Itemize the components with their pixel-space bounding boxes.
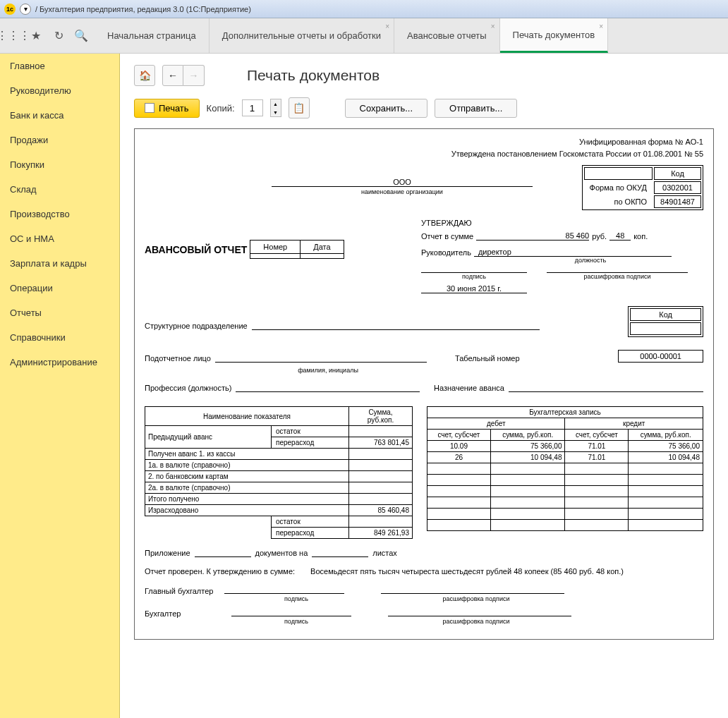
back-button[interactable]: ← xyxy=(162,65,183,86)
forward-button[interactable]: → xyxy=(183,65,205,86)
sidebar-item-purchases[interactable]: Покупки xyxy=(0,152,119,177)
approve-block: УТВЕРЖДАЮ Отчет в сумме 85 460 руб. 48 к… xyxy=(421,219,703,293)
fio-sublabel: фамилия, инициалы xyxy=(229,367,427,374)
sidebar-item-production[interactable]: Производство xyxy=(0,202,119,226)
sidebar-item-warehouse[interactable]: Склад xyxy=(0,177,119,202)
docs-on-label: документов на xyxy=(255,549,308,557)
amt-sub-hdr-1: сумма, руб.коп. xyxy=(490,430,565,441)
send-button[interactable]: Отправить... xyxy=(435,99,517,118)
sidebar-item-salary[interactable]: Зарплата и кадры xyxy=(0,251,119,276)
spinner-up[interactable]: ▲ xyxy=(271,99,281,108)
toolbar: Печать Копий: ▲ ▼ 📋 Сохранить... Отправи… xyxy=(134,97,714,118)
sidebar-item-operations[interactable]: Операции xyxy=(0,276,119,300)
c2-amt: 10 094,48 xyxy=(629,452,703,463)
document: Унифицированная форма № АО-1 Утверждена … xyxy=(134,128,714,640)
checked-value: Восемьдесят пять тысяч четыреста шестьде… xyxy=(310,567,624,576)
credit-header: кредит xyxy=(565,418,703,430)
tab-start[interactable]: Начальная страница xyxy=(95,18,210,53)
close-icon[interactable]: × xyxy=(491,23,495,30)
sum-header: Сумма, руб.коп. xyxy=(349,407,413,426)
tab-addons[interactable]: Дополнительные отчеты и обработки× xyxy=(210,18,394,53)
sidebar-item-manager[interactable]: Руководителю xyxy=(0,78,119,103)
print-icon xyxy=(145,103,154,113)
code-table-2: Код xyxy=(628,306,703,337)
okpo-label: по ОКПО xyxy=(584,195,653,208)
acct-sign-line xyxy=(231,616,351,616)
row4: 2а. в валюте (справочно) xyxy=(145,482,349,494)
nav-back-circle[interactable]: ▾ xyxy=(20,4,31,15)
d2-acct: 26 xyxy=(427,452,491,463)
code-table: Код Форма по ОКУД0302001 по ОКПО84901487 xyxy=(582,165,703,210)
tab-advance[interactable]: Авансовые отчеты× xyxy=(394,18,500,53)
home-button[interactable]: 🏠 xyxy=(134,65,155,86)
c1-amt: 75 366,00 xyxy=(629,441,703,452)
close-icon[interactable]: × xyxy=(385,23,389,30)
row2: 1а. в валюте (справочно) xyxy=(145,460,349,471)
sidebar-item-admin[interactable]: Администрирование xyxy=(0,350,119,375)
decode-sublabel-3: расшифровка подписи xyxy=(384,618,568,625)
sum1: 763 801,45 xyxy=(349,437,413,449)
balance-label: остаток xyxy=(272,426,349,437)
tabbar: ⋮⋮⋮ ★ ↻ 🔍 Начальная страница Дополнитель… xyxy=(0,18,728,54)
sheets-count xyxy=(312,556,368,557)
sidebar-item-sales[interactable]: Продажи xyxy=(0,128,119,152)
acct-decode-line xyxy=(388,616,571,616)
sum-rub: 85 460 xyxy=(476,231,589,241)
close-icon[interactable]: × xyxy=(599,23,603,30)
sidebar: Главное Руководителю Банк и касса Продаж… xyxy=(0,54,120,718)
okud-label: Форма по ОКУД xyxy=(584,181,653,194)
print-button[interactable]: Печать xyxy=(134,99,200,118)
attachment-label: Приложение xyxy=(145,549,190,557)
number-date-table: НомерДата xyxy=(250,240,344,259)
purpose-label: Назначение аванса xyxy=(434,384,504,392)
position-sublabel: должность xyxy=(492,257,689,264)
code-header-2: Код xyxy=(630,308,701,321)
page-title: Печать документов xyxy=(247,67,380,84)
star-icon[interactable]: ★ xyxy=(30,30,42,42)
org-name: ООО xyxy=(272,178,533,187)
checked-label: Отчет проверен. К утверждению в сумме: xyxy=(145,567,295,576)
sign-sublabel: подпись xyxy=(421,273,527,280)
app-title: / Бухгалтерия предприятия, редакция 3.0 … xyxy=(35,5,251,13)
struct-unit-value xyxy=(252,320,540,330)
sum-kop: 48 xyxy=(609,231,631,241)
report-sum-label: Отчет в сумме xyxy=(421,232,473,241)
tab-num-label: Табельный номер xyxy=(455,354,520,363)
sidebar-item-reports[interactable]: Отчеты xyxy=(0,300,119,325)
manager-position: директор xyxy=(474,248,672,257)
history-icon[interactable]: ↻ xyxy=(52,30,65,42)
search-icon[interactable]: 🔍 xyxy=(75,30,87,42)
tab-print[interactable]: Печать документов× xyxy=(500,18,609,53)
accounting-table: Бухгалтерская запись дебеткредит счет, с… xyxy=(427,406,703,531)
settings-button[interactable]: 📋 xyxy=(289,97,310,118)
copies-label: Копий: xyxy=(207,103,235,114)
number-value xyxy=(250,254,301,259)
accountant-label: Бухгалтер xyxy=(145,609,181,618)
c1-acct: 71.01 xyxy=(565,441,629,452)
save-button[interactable]: Сохранить... xyxy=(345,99,427,118)
sidebar-item-catalogs[interactable]: Справочники xyxy=(0,325,119,350)
balance-label-2: остаток xyxy=(272,516,349,528)
sign-sublabel-3: подпись xyxy=(236,618,356,625)
sidebar-item-bank[interactable]: Банк и касса xyxy=(0,103,119,128)
d1-amt: 75 366,00 xyxy=(490,441,565,452)
copies-input[interactable] xyxy=(242,99,263,116)
amt-sub-hdr-2: сумма, руб.коп. xyxy=(629,430,703,441)
debit-header: дебет xyxy=(427,418,565,430)
account-person-value xyxy=(215,353,427,363)
spinner-down[interactable]: ▼ xyxy=(271,108,281,116)
content: 🏠 ← → Печать документов Печать Копий: ▲ … xyxy=(120,54,728,718)
indicator-header: Наименование показателя xyxy=(145,407,349,426)
date-value xyxy=(301,254,344,259)
okpo-value: 84901487 xyxy=(654,195,701,208)
copies-spinner[interactable]: ▲ ▼ xyxy=(270,99,281,117)
sheets-label: листах xyxy=(372,549,397,557)
rub-label: руб. xyxy=(592,232,607,241)
row3: 2. по банковским картам xyxy=(145,471,349,482)
sidebar-item-assets[interactable]: ОС и НМА xyxy=(0,226,119,251)
approve-date: 30 июня 2015 г. xyxy=(421,284,527,293)
sidebar-item-main[interactable]: Главное xyxy=(0,54,119,78)
apps-icon[interactable]: ⋮⋮⋮ xyxy=(7,30,20,42)
profession-label: Профессия (должность) xyxy=(145,384,231,392)
approve-label: УТВЕРЖДАЮ xyxy=(421,219,703,227)
